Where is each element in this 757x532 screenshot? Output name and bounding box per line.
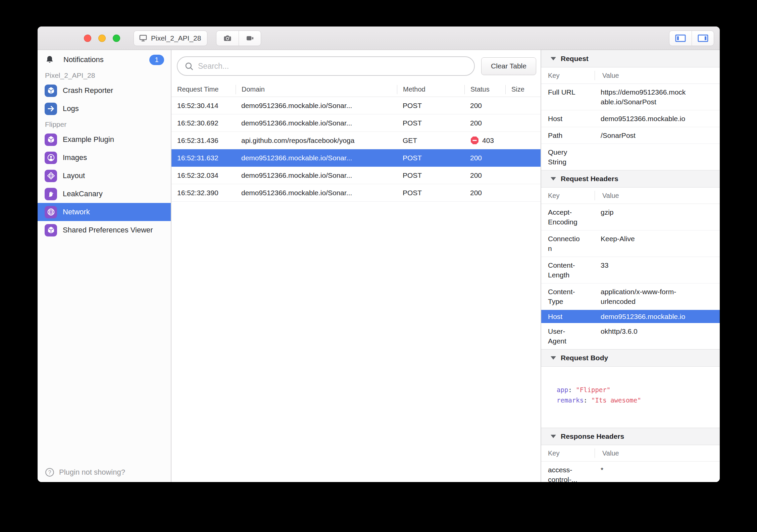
- sidebar-section-label: Flipper: [38, 118, 171, 130]
- section-header-response-headers[interactable]: Response Headers: [541, 428, 720, 445]
- zoom-window-button[interactable]: [113, 35, 120, 42]
- kv-row-content-length[interactable]: Content-Length33: [541, 257, 720, 283]
- table-row[interactable]: 16:52:31.632demo9512366.mockable.io/Sona…: [171, 149, 541, 167]
- kv-key: User-Agent: [548, 326, 582, 346]
- section-header-request-body[interactable]: Request Body: [541, 349, 720, 367]
- sidebar-item-label: Layout: [63, 171, 85, 180]
- column-header-status[interactable]: Status: [464, 85, 505, 94]
- cell-status: 200: [464, 189, 505, 197]
- kv-row-query-string[interactable]: Query String: [541, 144, 720, 170]
- code-key: app: [557, 386, 568, 393]
- cell-request-time: 16:52:30.692: [171, 119, 236, 127]
- kv-header-row: KeyValue: [541, 188, 720, 204]
- search-input[interactable]: [198, 62, 467, 71]
- cell-status: 200: [464, 119, 505, 127]
- sidebar-item-label: Example Plugin: [63, 135, 114, 144]
- sidebar-item-leakcanary[interactable]: LeakCanary: [38, 185, 171, 203]
- kv-header-key: Key: [541, 71, 595, 80]
- table-row[interactable]: 16:52:30.414demo9512366.mockable.io/Sona…: [171, 97, 541, 114]
- kv-header-value: Value: [595, 71, 720, 80]
- code-key: remarks: [557, 396, 584, 404]
- kv-row-accept-encoding[interactable]: Accept-Encodinggzip: [541, 204, 720, 230]
- sidebar-item-layout[interactable]: Layout: [38, 167, 171, 185]
- cell-method: POST: [397, 119, 464, 127]
- screen-record-button[interactable]: [239, 31, 261, 46]
- kv-key: Full URL: [548, 87, 582, 107]
- kv-row-host[interactable]: Hostdemo9512366.mockable.io: [541, 310, 720, 323]
- plugin-help-link[interactable]: Plugin not showing?: [38, 463, 171, 482]
- cell-method: POST: [397, 154, 464, 162]
- column-header-domain[interactable]: Domain: [236, 85, 397, 94]
- section-header-request-headers[interactable]: Request Headers: [541, 170, 720, 188]
- kv-row-access-control[interactable]: access-control-...*: [541, 462, 720, 482]
- cell-method: POST: [397, 171, 464, 179]
- cell-method: POST: [397, 102, 464, 110]
- table-row[interactable]: 16:52:32.390demo9512366.mockable.io/Sona…: [171, 184, 541, 202]
- kv-header-value: Value: [595, 448, 720, 458]
- cell-status: 403: [464, 136, 505, 145]
- network-table-panel: Clear Table Request TimeDomainMethodStat…: [171, 50, 541, 482]
- minimize-window-button[interactable]: [98, 35, 106, 42]
- kv-key: Path: [548, 130, 582, 140]
- target-glyph: [47, 171, 55, 180]
- window-content: Notifications 1 Pixel_2_API_28Crash Repo…: [38, 50, 720, 482]
- status-code: 200: [470, 171, 482, 179]
- kv-key: Content-Type: [548, 287, 582, 306]
- sidebar-item-crash-reporter[interactable]: Crash Reporter: [38, 82, 171, 100]
- kv-header-row: KeyValue: [541, 445, 720, 462]
- kv-key: Accept-Encoding: [548, 207, 582, 227]
- request-body-code: app: "Flipper"remarks: "Its awesome": [541, 367, 720, 428]
- code-value: "Flipper": [576, 386, 610, 393]
- column-header-size[interactable]: Size: [505, 85, 541, 94]
- kv-row-host[interactable]: Hostdemo9512366.mockable.io: [541, 110, 720, 127]
- column-header-method[interactable]: Method: [397, 85, 464, 94]
- device-selector-button[interactable]: Pixel_2_API_28: [134, 31, 207, 46]
- sidebar-item-notifications[interactable]: Notifications 1: [38, 51, 171, 69]
- section-title: Request Body: [561, 354, 608, 362]
- toggle-left-sidebar-button[interactable]: [669, 31, 692, 46]
- bird-icon: [45, 188, 57, 200]
- arrow-right-glyph: [47, 104, 55, 113]
- panel-left-icon: [675, 34, 686, 43]
- status-code: 200: [470, 119, 482, 127]
- kv-key: Connection: [548, 234, 582, 253]
- capture-button-group: [216, 31, 261, 46]
- kv-row-path[interactable]: Path/SonarPost: [541, 127, 720, 144]
- section-title: Response Headers: [561, 432, 624, 440]
- table-body: 16:52:30.414demo9512366.mockable.io/Sona…: [171, 97, 541, 202]
- table-row[interactable]: 16:52:30.692demo9512366.mockable.io/Sona…: [171, 114, 541, 132]
- cell-request-time: 16:52:30.414: [171, 102, 236, 110]
- sidebar-item-example-plugin[interactable]: Example Plugin: [38, 130, 171, 149]
- kv-value: demo9512366.mockable.io: [601, 312, 687, 321]
- section-header-request[interactable]: Request: [541, 50, 720, 67]
- cell-request-time: 16:52:32.034: [171, 171, 236, 179]
- sidebar-item-logs[interactable]: Logs: [38, 100, 171, 118]
- cell-domain: demo9512366.mockable.io/Sonar...: [236, 119, 397, 127]
- kv-key: Host: [548, 312, 582, 321]
- table-row[interactable]: 16:52:32.034demo9512366.mockable.io/Sona…: [171, 167, 541, 184]
- kv-row-connection[interactable]: ConnectionKeep-Alive: [541, 230, 720, 257]
- close-window-button[interactable]: [84, 35, 91, 42]
- chevron-down-icon: [551, 356, 556, 360]
- sidebar-item-images[interactable]: Images: [38, 149, 171, 167]
- sidebar-sections: Pixel_2_API_28Crash ReporterLogsFlipperE…: [38, 69, 171, 239]
- screen-background: Pixel_2_API_28: [0, 0, 757, 532]
- cell-method: POST: [397, 189, 464, 197]
- toggle-right-sidebar-button[interactable]: [692, 31, 714, 46]
- column-header-request-time[interactable]: Request Time: [171, 86, 236, 93]
- window-toolbar: Pixel_2_API_28: [38, 26, 720, 50]
- sidebar-item-network[interactable]: Network: [38, 203, 171, 221]
- screenshot-button[interactable]: [216, 31, 239, 46]
- cell-status: 200: [464, 171, 505, 179]
- sidebar-item-shared-preferences-viewer[interactable]: Shared Preferences Viewer: [38, 221, 171, 239]
- kv-row-full-url[interactable]: Full URLhttps://demo9512366.mockable.io/…: [541, 84, 720, 110]
- globe-icon: [45, 206, 57, 218]
- kv-value: *: [601, 465, 687, 482]
- table-row[interactable]: 16:52:31.436api.github.com/repos/faceboo…: [171, 132, 541, 149]
- kv-row-user-agent[interactable]: User-Agentokhttp/3.6.0: [541, 323, 720, 350]
- camera-icon: [223, 34, 232, 43]
- clear-table-button[interactable]: Clear Table: [481, 57, 536, 75]
- chevron-down-icon: [551, 57, 556, 60]
- cell-request-time: 16:52:31.436: [171, 137, 236, 145]
- kv-row-content-type[interactable]: Content-Typeapplication/x-www-form-urlen…: [541, 283, 720, 310]
